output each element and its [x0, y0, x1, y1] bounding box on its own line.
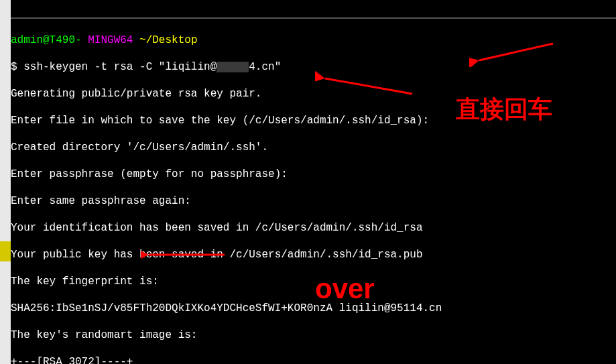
prompt-user-host: admin@T490-: [11, 34, 82, 46]
annotation-text-over: over: [315, 271, 375, 307]
output-line: Your public key has been saved in /c/Use…: [11, 248, 616, 261]
redacted-email-part: [217, 62, 249, 72]
prompt-path: ~/Desktop: [139, 34, 197, 46]
randomart-line: +---[RSA 3072]----+: [11, 355, 616, 364]
output-line: Your identification has been saved in /c…: [11, 221, 616, 235]
output-line: Created directory '/c/Users/admin/.ssh'.: [11, 141, 616, 154]
arrow-annotation-1: [469, 37, 556, 67]
annotation-text-enter: 直接回车: [456, 94, 552, 124]
prompt-shell: MINGW64: [88, 34, 133, 46]
output-line: Enter passphrase (empty for no passphras…: [11, 168, 616, 181]
output-line: Enter same passphrase again:: [11, 194, 616, 208]
output-line: SHA256:IbSe1nSJ/v85FTh20DQkIXKo4YDCHceSf…: [11, 302, 616, 315]
svg-line-1: [325, 78, 412, 94]
command-text-post: 4.cn": [249, 61, 281, 73]
command-prefix: $: [11, 61, 23, 73]
command-text-pre: ssh-keygen -t rsa -C "liqilin@: [23, 61, 217, 73]
arrow-annotation-3: [141, 245, 228, 265]
output-line: The key fingerprint is:: [11, 275, 616, 288]
svg-line-0: [479, 44, 553, 60]
arrow-annotation-2: [315, 70, 416, 97]
divider-top: [11, 17, 616, 19]
output-line: The key's randomart image is:: [11, 328, 616, 342]
